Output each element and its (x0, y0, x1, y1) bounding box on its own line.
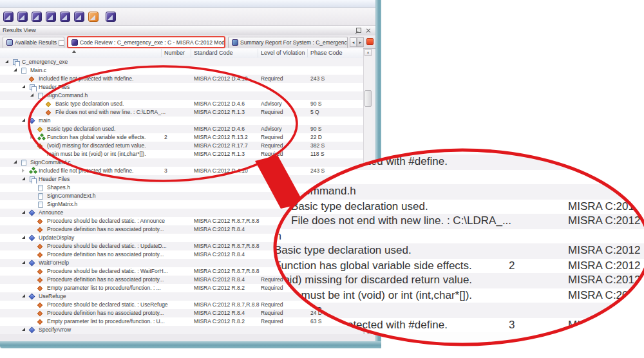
tab-summary-report[interactable]: Summary Report For System : C_emergency, (228, 37, 348, 48)
tree-row[interactable]: main (0, 117, 372, 125)
file-icon (38, 185, 43, 191)
required-violation-icon (37, 285, 43, 290)
row-label: C_emergency_exe (22, 58, 68, 66)
row-level-of-violation: Required (261, 133, 308, 142)
row-label: File does not end with new line. : C:\LD… (55, 108, 166, 117)
expander-open-icon[interactable] (22, 236, 25, 239)
results-view-titlebar: Results View (0, 26, 375, 36)
panel-title: Results View (3, 27, 36, 33)
row-level-of-violation: Required (261, 142, 308, 150)
expander-open-icon[interactable] (22, 261, 25, 264)
toolbar-icon[interactable] (3, 12, 14, 22)
row-phase-code: 243 S (310, 75, 349, 83)
tree-row[interactable]: Function has global variable side effect… (0, 133, 372, 142)
tab-label: Code Review : C_emergency_exe : C - MISR… (80, 39, 225, 46)
tree-row[interactable]: Procedure definition has no associated p… (0, 309, 372, 317)
tree-row[interactable]: C_emergency_exe (0, 58, 372, 66)
tree-row[interactable]: Empty parameter list to procedure/functi… (0, 317, 372, 326)
file-icon (38, 93, 43, 99)
toolbar-icon[interactable] (17, 12, 28, 22)
expander-open-icon[interactable] (30, 93, 33, 97)
row-label: main (39, 117, 50, 125)
tab-available-results[interactable]: Available Results (3, 37, 64, 48)
row-standard-code: MISRA C:2012 R.8.4 (194, 276, 260, 284)
row-label: Header Files (39, 175, 70, 184)
expander-open-icon[interactable] (22, 177, 25, 180)
tree-row[interactable]: SignCommand.c (0, 158, 372, 167)
tree-row[interactable]: Included file not protected with #define… (0, 167, 372, 175)
tab-scroll-right-button[interactable]: ▸ (357, 37, 364, 47)
tree-row[interactable]: Main.c (0, 66, 372, 75)
expander-open-icon[interactable] (22, 85, 25, 88)
tree-row[interactable]: Basic type declaration used.MISRA C:2012… (0, 125, 372, 133)
expander-open-icon[interactable] (22, 328, 25, 331)
row-standard-code: MISRA C:2012 D.4.10 (194, 75, 260, 83)
tree-row[interactable]: Header Files (0, 83, 372, 91)
tree-row[interactable]: Header Files (0, 175, 372, 184)
row-label: (void) missing for discarded return valu… (47, 142, 146, 150)
row-number: 2 (164, 133, 189, 142)
toolbar-icon[interactable] (74, 12, 84, 22)
expander-open-icon[interactable] (22, 211, 25, 214)
file-icon (38, 193, 43, 200)
row-number: 3 (509, 317, 558, 332)
tree-row[interactable]: File does not end with new line. : C:\LD… (0, 108, 372, 117)
procedure-icon (29, 235, 35, 241)
tree-row[interactable]: Included file not protected with #define… (0, 75, 372, 83)
row-standard-code: MISRA C:2012 R.8.7,R.8.8 (194, 301, 260, 309)
row-phase-code: 90 S (310, 125, 349, 133)
row-label: Procedure definition has no associated p… (47, 250, 164, 259)
toolbar-icon[interactable] (46, 12, 56, 22)
toolbar-icon[interactable] (32, 12, 42, 22)
procedure-icon (29, 327, 35, 334)
checkbox-icon[interactable] (59, 40, 64, 46)
folder-files-icon (30, 176, 35, 182)
expander-open-icon[interactable] (22, 118, 25, 122)
row-label: Main.c (30, 66, 46, 75)
scroll-up-icon[interactable]: ▴ (365, 49, 372, 56)
tree-row[interactable]: SignCommand.h (0, 91, 372, 100)
column-header-number[interactable]: Number (164, 50, 185, 56)
row-standard-code: MISRA C:2012 D.4.6 (568, 199, 644, 214)
row-label: Procedure definition has no associated p… (47, 276, 164, 284)
procedure-icon (29, 260, 35, 267)
toolbar-icon[interactable] (88, 12, 99, 22)
expander-open-icon[interactable] (14, 160, 17, 164)
tree-row[interactable]: Basic type declaration used.MISRA C:2012… (0, 100, 372, 108)
row-label: Function has global variable side effect… (47, 133, 146, 142)
toolbar-icon[interactable] (60, 12, 70, 22)
expander-open-icon[interactable] (22, 294, 25, 297)
row-level-of-violation: Required (261, 167, 308, 175)
expander-closed-icon[interactable] (22, 169, 24, 173)
pin-icon[interactable] (356, 28, 361, 33)
procedure-icon (29, 210, 35, 216)
expander-open-icon[interactable] (5, 60, 8, 63)
row-label: SignCommand.h (47, 91, 88, 100)
row-phase-code: 382 S (310, 142, 349, 150)
tab-scroll-left-button[interactable]: ◂ (350, 37, 357, 47)
tree-row[interactable]: SpecifyArrow (0, 326, 372, 334)
expander-closed-icon[interactable] (30, 135, 33, 139)
column-header-phase[interactable]: Phase Code (310, 50, 343, 56)
report-icon (232, 39, 238, 46)
file-icon (21, 68, 26, 74)
row-standard-code: MISRA C:2012 R.13.2 (568, 258, 644, 273)
screenshot-canvas: Results View Available Results Code Revi… (0, 0, 644, 358)
file-icon (38, 202, 43, 208)
column-header-standard-code[interactable]: Standard Code (194, 50, 233, 56)
row-level-of-violation: Required (261, 317, 308, 326)
tree-row[interactable]: main must be int (void) or int (int,char… (0, 150, 372, 158)
column-header-level[interactable]: Level of Violation (261, 50, 305, 56)
code-review-icon (71, 39, 78, 46)
required-violation-icon (37, 268, 43, 274)
row-standard-code: MISRA C:2012 R.8.4 (194, 225, 260, 234)
scrollbar-thumb[interactable] (365, 90, 372, 107)
toolbar-icon[interactable] (106, 12, 116, 22)
row-number: 2 (509, 258, 558, 273)
close-all-tabs-button[interactable] (366, 38, 374, 45)
close-icon[interactable] (366, 28, 371, 33)
tab-code-review[interactable]: Code Review : C_emergency_exe : C - MISR… (67, 36, 225, 48)
row-phase-code: 22 D (310, 133, 349, 142)
tree-row[interactable]: (void) missing for discarded return valu… (0, 142, 372, 150)
expander-open-icon[interactable] (14, 68, 17, 71)
